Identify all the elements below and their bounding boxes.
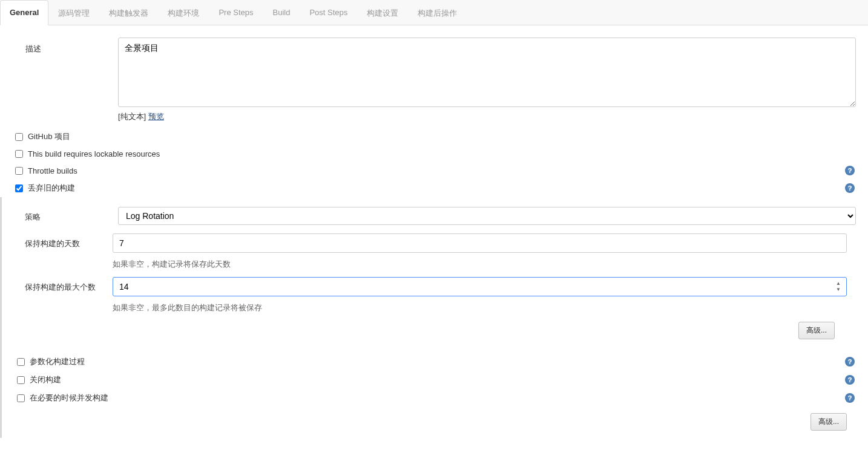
checkbox-concurrent[interactable]: 在必要的时候并发构建 ? (2, 389, 868, 407)
strategy-select[interactable]: Log Rotation (118, 207, 856, 225)
maxnum-hint: 如果非空，最多此数目的构建记录将被保存 (113, 296, 847, 316)
checkbox-github-project[interactable]: GitHub 项目 (0, 128, 868, 146)
checkbox-parameterized[interactable]: 参数化构建过程 ? (2, 353, 868, 371)
checkbox-disable[interactable]: 关闭构建 ? (2, 371, 868, 389)
advanced-button[interactable]: 高级... (798, 322, 835, 339)
help-icon[interactable]: ? (845, 393, 855, 403)
plaintext-label: [纯文本] (118, 112, 146, 121)
github-project-label: GitHub 项目 (28, 131, 70, 142)
description-textarea[interactable] (118, 37, 856, 107)
checkbox-lockable[interactable]: This build requires lockable resources (0, 146, 868, 162)
github-project-checkbox[interactable] (15, 133, 23, 141)
parameterized-checkbox[interactable] (17, 358, 25, 366)
lockable-checkbox[interactable] (15, 150, 23, 158)
maxnum-label: 保持构建的最大个数 (11, 277, 113, 316)
disable-checkbox[interactable] (17, 376, 25, 384)
strategy-label: 策略 (2, 207, 118, 225)
tab-general[interactable]: General (0, 0, 48, 25)
lockable-label: This build requires lockable resources (28, 149, 160, 158)
preview-link[interactable]: 预览 (148, 112, 164, 121)
content: 描述 [纯文本] 预览 GitHub 项目 This build require… (0, 25, 868, 438)
concurrent-checkbox[interactable] (17, 394, 25, 402)
help-icon[interactable]: ? (845, 357, 855, 367)
throttle-label: Throttle builds (28, 166, 77, 175)
tab-triggers[interactable]: 构建触发器 (99, 0, 158, 25)
concurrent-label: 在必要的时候并发构建 (30, 393, 108, 403)
throttle-checkbox[interactable] (15, 167, 23, 175)
tab-build[interactable]: Build (263, 0, 300, 25)
days-input[interactable] (113, 233, 847, 253)
help-icon[interactable]: ? (845, 375, 855, 385)
disable-label: 关闭构建 (30, 374, 61, 385)
checkbox-discard[interactable]: 丢弃旧的构建 ? (0, 179, 868, 197)
description-footer: [纯文本] 预览 (118, 109, 856, 125)
discard-block: 策略 Log Rotation 保持构建的天数 如果非空，构建记录将保存此天数 … (0, 197, 868, 353)
maxnum-input[interactable] (113, 277, 847, 296)
tab-source[interactable]: 源码管理 (48, 0, 99, 25)
checkbox-throttle[interactable]: Throttle builds ? (0, 162, 868, 179)
chevron-up-icon[interactable]: ▲ (836, 281, 844, 287)
tab-env[interactable]: 构建环境 (158, 0, 209, 25)
description-label: 描述 (0, 37, 118, 125)
help-icon[interactable]: ? (845, 166, 855, 175)
tab-presteps[interactable]: Pre Steps (209, 0, 263, 25)
tabs-bar: General 源码管理 构建触发器 构建环境 Pre Steps Build … (0, 0, 868, 25)
tab-postbuild[interactable]: 构建后操作 (408, 0, 467, 25)
discard-label: 丢弃旧的构建 (28, 183, 75, 194)
parameterized-label: 参数化构建过程 (30, 356, 85, 367)
days-hint: 如果非空，构建记录将保存此天数 (113, 253, 847, 272)
tab-settings[interactable]: 构建设置 (357, 0, 408, 25)
help-icon[interactable]: ? (845, 183, 855, 193)
tab-poststeps[interactable]: Post Steps (300, 0, 357, 25)
days-label: 保持构建的天数 (11, 233, 113, 272)
advanced-button-2[interactable]: 高级... (810, 413, 847, 431)
chevron-down-icon[interactable]: ▼ (836, 287, 844, 293)
spinner-icon[interactable]: ▲ ▼ (836, 279, 844, 294)
discard-checkbox[interactable] (15, 184, 23, 192)
